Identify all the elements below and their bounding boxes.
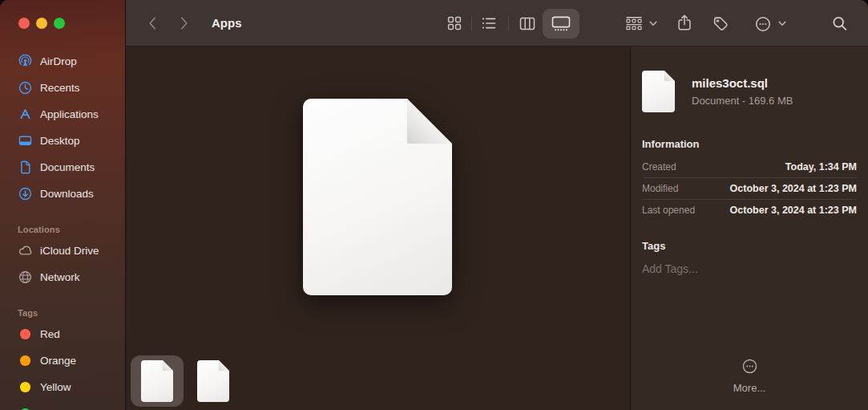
sidebar-item-label: Documents [40, 161, 95, 173]
tags-heading: Tags [642, 240, 857, 252]
sidebar-item-label: Yellow [40, 381, 71, 393]
document-thumbnail-icon [141, 360, 173, 402]
cloud-icon [17, 243, 34, 259]
applications-icon [17, 107, 34, 123]
download-icon [17, 186, 34, 202]
sidebar-item-label: Desktop [40, 135, 80, 147]
traffic-lights [18, 18, 65, 29]
icon-view-button[interactable] [446, 15, 462, 31]
window-title: Apps [212, 16, 242, 30]
search-icon[interactable] [832, 15, 849, 32]
sidebar-item-desktop[interactable]: Desktop [0, 128, 125, 154]
sidebar-item-tag-orange[interactable]: Orange [0, 347, 125, 374]
tag-color-green-icon [17, 406, 34, 410]
sidebar-item-downloads[interactable]: Downloads [0, 181, 125, 207]
thumbnail[interactable] [197, 360, 229, 402]
sidebar-section-tags: Tags [0, 302, 125, 321]
sidebar-item-label: Network [40, 271, 80, 283]
sidebar-item-label: Red [40, 328, 60, 340]
sidebar-item-label: AirDrop [40, 55, 77, 67]
info-row-last-opened: Last opened October 3, 2024 at 1:23 PM [642, 199, 857, 221]
column-view-button[interactable] [519, 16, 536, 31]
sidebar-section-locations: Locations [0, 218, 125, 237]
list-view-button[interactable] [482, 16, 497, 30]
file-thumbnail-icon [642, 71, 675, 112]
sidebar-item-label: Recents [40, 82, 80, 94]
tag-color-red-icon [17, 327, 34, 343]
globe-icon [17, 270, 34, 286]
sidebar-item-recents[interactable]: Recents [0, 75, 125, 101]
thumbnail-selected[interactable] [131, 355, 184, 407]
sidebar-item-label: Orange [40, 355, 76, 367]
file-name: miles3oct.sql [692, 76, 793, 90]
tag-color-yellow-icon [17, 380, 34, 396]
more-chevron-down-icon[interactable] [778, 21, 786, 26]
sidebar: AirDrop Recents Applications [0, 0, 126, 410]
info-value: October 3, 2024 at 1:23 PM [730, 183, 857, 194]
info-label: Modified [642, 183, 678, 194]
preview-pane: miles3oct.sql Document - 169.6 MB Inform… [630, 47, 868, 410]
info-value: Today, 1:34 PM [785, 161, 857, 173]
gallery-view [126, 47, 630, 410]
sidebar-item-tag-yellow[interactable]: Yellow [0, 374, 125, 400]
file-preview[interactable] [303, 99, 452, 295]
info-label: Created [642, 161, 676, 173]
document-thumbnail-icon [197, 360, 229, 402]
sidebar-item-label: Applications [40, 108, 99, 120]
add-tags-field[interactable]: Add Tags... [642, 262, 857, 275]
more-circle-icon[interactable] [754, 15, 772, 33]
sidebar-item-documents[interactable]: Documents [0, 154, 125, 181]
info-row-created: Created Today, 1:34 PM [642, 156, 857, 177]
sidebar-item-label: iCloud Drive [40, 245, 99, 257]
group-icon[interactable] [625, 15, 644, 31]
sidebar-list: AirDrop Recents Applications [0, 48, 125, 410]
tag-color-orange-icon [17, 353, 34, 369]
finder-window: AirDrop Recents Applications [0, 0, 868, 410]
back-button[interactable] [148, 16, 157, 30]
minimize-button[interactable] [36, 18, 47, 29]
zoom-button[interactable] [54, 18, 65, 29]
info-row-modified: Modified October 3, 2024 at 1:23 PM [642, 177, 857, 199]
information-heading: Information [642, 138, 857, 150]
sidebar-item-icloud-drive[interactable]: iCloud Drive [0, 237, 125, 264]
gallery-view-button[interactable] [551, 15, 571, 32]
information-rows: Created Today, 1:34 PM Modified October … [642, 156, 857, 221]
forward-button[interactable] [180, 16, 189, 30]
sidebar-item-tag-red[interactable]: Red [0, 321, 125, 347]
desktop-icon [17, 133, 34, 149]
toolbar: Apps [126, 0, 868, 47]
document-icon [17, 160, 34, 176]
tag-icon[interactable] [713, 15, 729, 32]
sidebar-item-airdrop[interactable]: AirDrop [0, 48, 125, 75]
share-icon[interactable] [677, 14, 692, 32]
toolbar-separator [508, 16, 509, 31]
info-label: Last opened [642, 205, 695, 216]
info-value: October 3, 2024 at 1:23 PM [730, 205, 857, 216]
more-label: More... [733, 382, 765, 394]
close-button[interactable] [18, 18, 30, 29]
document-preview-icon [303, 99, 452, 295]
file-header: miles3oct.sql Document - 169.6 MB [642, 47, 857, 112]
file-kind-size: Document - 169.6 MB [692, 95, 793, 107]
airdrop-icon [17, 54, 34, 70]
sidebar-item-tag-green[interactable]: Green [0, 400, 125, 410]
toolbar-separator [471, 16, 472, 31]
sidebar-item-network[interactable]: Network [0, 264, 125, 290]
group-chevron-down-icon[interactable] [649, 21, 657, 26]
clock-icon [17, 80, 34, 96]
sidebar-item-label: Downloads [40, 188, 94, 200]
sidebar-item-applications[interactable]: Applications [0, 101, 125, 128]
more-button[interactable]: More... [631, 358, 868, 394]
ellipsis-circle-icon [741, 358, 758, 375]
